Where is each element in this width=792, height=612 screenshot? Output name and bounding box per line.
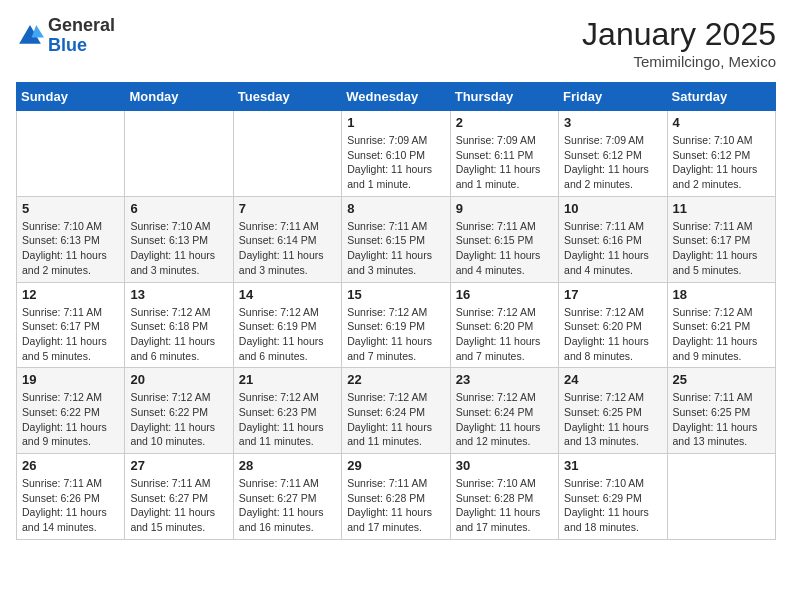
day-info: Sunrise: 7:12 AMSunset: 6:21 PMDaylight:… <box>673 305 770 364</box>
day-number: 30 <box>456 458 553 473</box>
day-number: 27 <box>130 458 227 473</box>
day-number: 21 <box>239 372 336 387</box>
day-number: 6 <box>130 201 227 216</box>
calendar-cell <box>17 111 125 197</box>
day-number: 8 <box>347 201 444 216</box>
day-number: 12 <box>22 287 119 302</box>
day-info: Sunrise: 7:12 AMSunset: 6:22 PMDaylight:… <box>130 390 227 449</box>
calendar-cell: 8Sunrise: 7:11 AMSunset: 6:15 PMDaylight… <box>342 196 450 282</box>
calendar-cell: 4Sunrise: 7:10 AMSunset: 6:12 PMDaylight… <box>667 111 775 197</box>
calendar-cell: 19Sunrise: 7:12 AMSunset: 6:22 PMDayligh… <box>17 368 125 454</box>
day-number: 4 <box>673 115 770 130</box>
calendar-cell: 5Sunrise: 7:10 AMSunset: 6:13 PMDaylight… <box>17 196 125 282</box>
day-info: Sunrise: 7:12 AMSunset: 6:19 PMDaylight:… <box>347 305 444 364</box>
day-info: Sunrise: 7:11 AMSunset: 6:27 PMDaylight:… <box>239 476 336 535</box>
calendar-cell: 9Sunrise: 7:11 AMSunset: 6:15 PMDaylight… <box>450 196 558 282</box>
day-number: 3 <box>564 115 661 130</box>
week-row-5: 26Sunrise: 7:11 AMSunset: 6:26 PMDayligh… <box>17 454 776 540</box>
day-number: 29 <box>347 458 444 473</box>
calendar-cell: 3Sunrise: 7:09 AMSunset: 6:12 PMDaylight… <box>559 111 667 197</box>
day-info: Sunrise: 7:10 AMSunset: 6:29 PMDaylight:… <box>564 476 661 535</box>
calendar-cell: 26Sunrise: 7:11 AMSunset: 6:26 PMDayligh… <box>17 454 125 540</box>
day-info: Sunrise: 7:10 AMSunset: 6:13 PMDaylight:… <box>130 219 227 278</box>
logo: General Blue <box>16 16 115 56</box>
calendar-cell: 18Sunrise: 7:12 AMSunset: 6:21 PMDayligh… <box>667 282 775 368</box>
day-number: 15 <box>347 287 444 302</box>
calendar-cell: 21Sunrise: 7:12 AMSunset: 6:23 PMDayligh… <box>233 368 341 454</box>
day-info: Sunrise: 7:12 AMSunset: 6:22 PMDaylight:… <box>22 390 119 449</box>
calendar-cell: 30Sunrise: 7:10 AMSunset: 6:28 PMDayligh… <box>450 454 558 540</box>
calendar-cell: 10Sunrise: 7:11 AMSunset: 6:16 PMDayligh… <box>559 196 667 282</box>
day-number: 10 <box>564 201 661 216</box>
calendar-cell: 13Sunrise: 7:12 AMSunset: 6:18 PMDayligh… <box>125 282 233 368</box>
logo-general: General <box>48 15 115 35</box>
day-info: Sunrise: 7:12 AMSunset: 6:18 PMDaylight:… <box>130 305 227 364</box>
calendar-cell: 2Sunrise: 7:09 AMSunset: 6:11 PMDaylight… <box>450 111 558 197</box>
weekday-header-friday: Friday <box>559 83 667 111</box>
week-row-1: 1Sunrise: 7:09 AMSunset: 6:10 PMDaylight… <box>17 111 776 197</box>
week-row-4: 19Sunrise: 7:12 AMSunset: 6:22 PMDayligh… <box>17 368 776 454</box>
calendar-cell: 22Sunrise: 7:12 AMSunset: 6:24 PMDayligh… <box>342 368 450 454</box>
day-number: 23 <box>456 372 553 387</box>
day-info: Sunrise: 7:09 AMSunset: 6:10 PMDaylight:… <box>347 133 444 192</box>
day-info: Sunrise: 7:12 AMSunset: 6:25 PMDaylight:… <box>564 390 661 449</box>
calendar-cell: 15Sunrise: 7:12 AMSunset: 6:19 PMDayligh… <box>342 282 450 368</box>
day-number: 18 <box>673 287 770 302</box>
day-number: 20 <box>130 372 227 387</box>
day-info: Sunrise: 7:11 AMSunset: 6:17 PMDaylight:… <box>673 219 770 278</box>
calendar: SundayMondayTuesdayWednesdayThursdayFrid… <box>16 82 776 540</box>
day-number: 17 <box>564 287 661 302</box>
page-header: General Blue January 2025 Temimilcingo, … <box>16 16 776 70</box>
day-info: Sunrise: 7:10 AMSunset: 6:13 PMDaylight:… <box>22 219 119 278</box>
day-number: 2 <box>456 115 553 130</box>
calendar-cell: 24Sunrise: 7:12 AMSunset: 6:25 PMDayligh… <box>559 368 667 454</box>
day-info: Sunrise: 7:09 AMSunset: 6:11 PMDaylight:… <box>456 133 553 192</box>
day-info: Sunrise: 7:10 AMSunset: 6:28 PMDaylight:… <box>456 476 553 535</box>
logo-text: General Blue <box>48 16 115 56</box>
day-number: 1 <box>347 115 444 130</box>
day-info: Sunrise: 7:11 AMSunset: 6:27 PMDaylight:… <box>130 476 227 535</box>
calendar-cell: 12Sunrise: 7:11 AMSunset: 6:17 PMDayligh… <box>17 282 125 368</box>
day-info: Sunrise: 7:12 AMSunset: 6:24 PMDaylight:… <box>456 390 553 449</box>
day-number: 14 <box>239 287 336 302</box>
calendar-cell: 17Sunrise: 7:12 AMSunset: 6:20 PMDayligh… <box>559 282 667 368</box>
weekday-header-sunday: Sunday <box>17 83 125 111</box>
day-info: Sunrise: 7:11 AMSunset: 6:15 PMDaylight:… <box>347 219 444 278</box>
day-info: Sunrise: 7:10 AMSunset: 6:12 PMDaylight:… <box>673 133 770 192</box>
calendar-cell: 1Sunrise: 7:09 AMSunset: 6:10 PMDaylight… <box>342 111 450 197</box>
calendar-cell: 6Sunrise: 7:10 AMSunset: 6:13 PMDaylight… <box>125 196 233 282</box>
day-info: Sunrise: 7:09 AMSunset: 6:12 PMDaylight:… <box>564 133 661 192</box>
day-number: 31 <box>564 458 661 473</box>
calendar-cell: 7Sunrise: 7:11 AMSunset: 6:14 PMDaylight… <box>233 196 341 282</box>
day-number: 28 <box>239 458 336 473</box>
weekday-header-monday: Monday <box>125 83 233 111</box>
weekday-header-tuesday: Tuesday <box>233 83 341 111</box>
calendar-cell: 25Sunrise: 7:11 AMSunset: 6:25 PMDayligh… <box>667 368 775 454</box>
day-number: 22 <box>347 372 444 387</box>
day-info: Sunrise: 7:11 AMSunset: 6:15 PMDaylight:… <box>456 219 553 278</box>
day-info: Sunrise: 7:12 AMSunset: 6:23 PMDaylight:… <box>239 390 336 449</box>
day-number: 25 <box>673 372 770 387</box>
title-block: January 2025 Temimilcingo, Mexico <box>582 16 776 70</box>
day-info: Sunrise: 7:11 AMSunset: 6:17 PMDaylight:… <box>22 305 119 364</box>
location: Temimilcingo, Mexico <box>582 53 776 70</box>
day-number: 24 <box>564 372 661 387</box>
day-info: Sunrise: 7:12 AMSunset: 6:24 PMDaylight:… <box>347 390 444 449</box>
weekday-header-saturday: Saturday <box>667 83 775 111</box>
day-info: Sunrise: 7:11 AMSunset: 6:16 PMDaylight:… <box>564 219 661 278</box>
day-number: 11 <box>673 201 770 216</box>
calendar-cell: 16Sunrise: 7:12 AMSunset: 6:20 PMDayligh… <box>450 282 558 368</box>
month-title: January 2025 <box>582 16 776 53</box>
day-info: Sunrise: 7:11 AMSunset: 6:14 PMDaylight:… <box>239 219 336 278</box>
day-number: 9 <box>456 201 553 216</box>
day-info: Sunrise: 7:12 AMSunset: 6:20 PMDaylight:… <box>456 305 553 364</box>
logo-icon <box>16 22 44 50</box>
day-number: 26 <box>22 458 119 473</box>
day-number: 7 <box>239 201 336 216</box>
weekday-header-row: SundayMondayTuesdayWednesdayThursdayFrid… <box>17 83 776 111</box>
calendar-cell <box>233 111 341 197</box>
calendar-cell: 20Sunrise: 7:12 AMSunset: 6:22 PMDayligh… <box>125 368 233 454</box>
day-number: 19 <box>22 372 119 387</box>
calendar-cell: 14Sunrise: 7:12 AMSunset: 6:19 PMDayligh… <box>233 282 341 368</box>
day-number: 16 <box>456 287 553 302</box>
